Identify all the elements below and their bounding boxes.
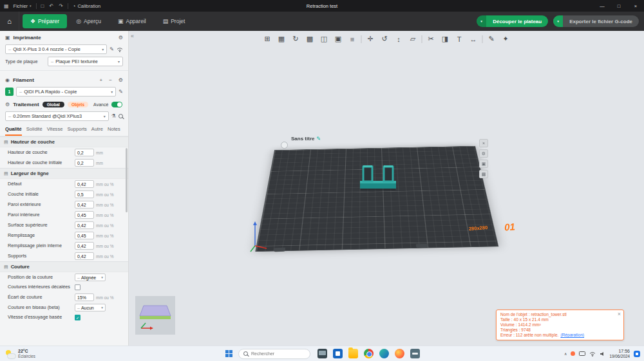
param-input[interactable]: Aucun	[75, 304, 106, 311]
param-input[interactable]: 0,2	[75, 159, 94, 167]
app-menu-icon[interactable]: ▦	[4, 3, 9, 9]
start-button[interactable]	[225, 350, 232, 357]
edit-filament-icon[interactable]: ✎	[118, 89, 123, 95]
plate-arrange-icon[interactable]: ▩	[479, 170, 488, 178]
maximize-icon[interactable]: □	[611, 0, 627, 12]
minimize-icon[interactable]: —	[594, 0, 611, 12]
home-button[interactable]: ⌂	[0, 12, 19, 31]
notification-bell-icon[interactable]	[634, 351, 640, 357]
arrange-icon[interactable]: ▩	[305, 33, 316, 44]
redo-icon[interactable]: ↷	[59, 3, 63, 9]
process-preset-select[interactable]: 0.20mm Standard @Qidi XPlus3	[5, 111, 109, 121]
group-header[interactable]: Hauteur de couche	[0, 136, 128, 147]
taskbar-search[interactable]	[238, 349, 310, 359]
close-icon[interactable]: ×	[627, 0, 644, 12]
filament-slot-badge[interactable]: 1	[5, 88, 14, 96]
monitor-app-icon[interactable]	[317, 349, 327, 358]
param-input[interactable]: 0,42	[75, 252, 94, 260]
cut-icon[interactable]: ✂	[426, 33, 437, 44]
param-input[interactable]: 0,42	[75, 201, 94, 208]
move-icon[interactable]: ✛	[365, 33, 376, 44]
process-objects-toggle[interactable]: Objets	[68, 102, 88, 107]
wifi-icon[interactable]	[589, 351, 596, 356]
plate-lock-icon[interactable]: ▣	[479, 160, 488, 168]
tab-notes[interactable]: Notes	[108, 126, 120, 136]
hidden-icons-chevron[interactable]: ∧	[564, 351, 567, 356]
tab-qualite[interactable]: Qualité	[5, 126, 22, 136]
calibration-menu[interactable]: ◔ Calibration	[73, 3, 100, 9]
repair-link[interactable]: (Réparation)	[560, 333, 584, 338]
plate-type-select[interactable]: Plaque PEI texturée	[48, 57, 123, 66]
mirror-icon[interactable]: ◨	[440, 33, 451, 44]
export-gcode-button[interactable]: ▾ Exporter le fichier G-code	[553, 15, 639, 27]
remove-filament-icon[interactable]: −	[109, 77, 112, 83]
param-input[interactable]: 0,2	[75, 149, 94, 156]
tab-projet[interactable]: ▤ Projet	[155, 14, 193, 28]
variable-layer-icon[interactable]: ≡	[347, 33, 358, 44]
edge-icon[interactable]	[379, 349, 389, 358]
plate-close-icon[interactable]: ×	[479, 139, 488, 147]
param-checkbox[interactable]	[75, 315, 80, 320]
param-input[interactable]: 0,5	[75, 190, 94, 198]
weather-widget[interactable]: 22°C Éclaircies	[0, 349, 35, 358]
search-input[interactable]	[251, 351, 303, 356]
param-checkbox[interactable]	[75, 284, 80, 290]
tab-solidite[interactable]: Solidité	[26, 126, 43, 136]
model-object[interactable]	[357, 163, 399, 194]
chevron-down-icon[interactable]: ▾	[477, 15, 486, 27]
scene-title[interactable]: Sans titre ✎	[291, 136, 321, 142]
auto-orient-icon[interactable]: ↻	[290, 33, 301, 44]
paint-icon[interactable]: ✎	[486, 33, 497, 44]
qidi-slicer-icon[interactable]	[410, 349, 420, 358]
edit-printer-icon[interactable]: ✎	[109, 46, 114, 52]
tab-autre[interactable]: Autre	[91, 126, 103, 136]
filament-settings-icon[interactable]: ⚙	[118, 77, 123, 83]
file-explorer-icon[interactable]	[348, 349, 358, 358]
undo-icon[interactable]: ↶	[49, 3, 53, 9]
plate-settings-icon[interactable]: ⚙	[479, 149, 488, 158]
group-header[interactable]: Couture	[0, 261, 128, 272]
text-icon[interactable]: T	[454, 33, 465, 44]
edit-title-icon[interactable]: ✎	[316, 136, 321, 142]
group-header[interactable]: Largeur de ligne	[0, 168, 128, 179]
param-input[interactable]: Alignée	[75, 273, 106, 281]
param-input[interactable]: 0,42	[75, 180, 94, 188]
teams-icon[interactable]	[333, 349, 343, 358]
split-objects-icon[interactable]: ◫	[319, 33, 330, 44]
add-plate-icon[interactable]: ▦	[276, 33, 287, 44]
collapse-sidebar-icon[interactable]: «	[131, 33, 134, 39]
tray-status-icon[interactable]	[571, 351, 575, 356]
close-icon[interactable]: ×	[618, 311, 621, 317]
volume-icon[interactable]	[600, 351, 605, 356]
flatten-icon[interactable]: ▱	[408, 33, 419, 44]
tab-preparer[interactable]: ❖ Préparer	[23, 14, 67, 28]
param-input[interactable]: 0,42	[75, 242, 94, 250]
search-preset-icon[interactable]	[118, 114, 123, 118]
printer-select[interactable]: Qidi X-Plus 3 0.4 nozzle - Copie	[5, 44, 107, 54]
scale-icon[interactable]: ↕	[393, 33, 404, 44]
tab-appareil[interactable]: ▣ Appareil	[110, 14, 154, 28]
filament-select[interactable]: QIDI PLA Rapido - Copie	[16, 87, 116, 97]
sidebar-scrollbar[interactable]	[126, 148, 128, 212]
add-icon[interactable]: ⊞	[262, 33, 273, 44]
param-input[interactable]: 0,42	[75, 221, 94, 229]
file-menu[interactable]: Fichier ▾	[14, 3, 32, 9]
build-plate[interactable]	[255, 146, 498, 252]
tab-apercu[interactable]: ◎ Aperçu	[68, 14, 109, 28]
printer-settings-icon[interactable]: ⚙	[118, 35, 123, 41]
split-parts-icon[interactable]: ▣	[333, 33, 344, 44]
preset-flask-icon[interactable]: ⚗	[111, 113, 116, 119]
screen-cast-icon[interactable]	[579, 351, 585, 356]
param-input[interactable]: 15%	[75, 293, 94, 301]
firefox-icon[interactable]	[395, 349, 404, 358]
tab-vitesse[interactable]: Vitesse	[47, 126, 63, 136]
slice-plate-button[interactable]: ▾ Découper le plateau	[477, 15, 548, 27]
add-filament-icon[interactable]: +	[99, 77, 102, 83]
wifi-icon[interactable]	[117, 47, 123, 52]
plate-thumbnail[interactable]	[135, 296, 175, 335]
tab-supports[interactable]: Supports	[67, 126, 86, 136]
clock-widget[interactable]: 17:56 19/06/2024	[609, 349, 630, 358]
chevron-down-icon[interactable]: ▾	[553, 15, 563, 27]
plate-view-icon[interactable]: □	[41, 3, 44, 9]
param-input[interactable]: 0,45	[75, 211, 94, 219]
